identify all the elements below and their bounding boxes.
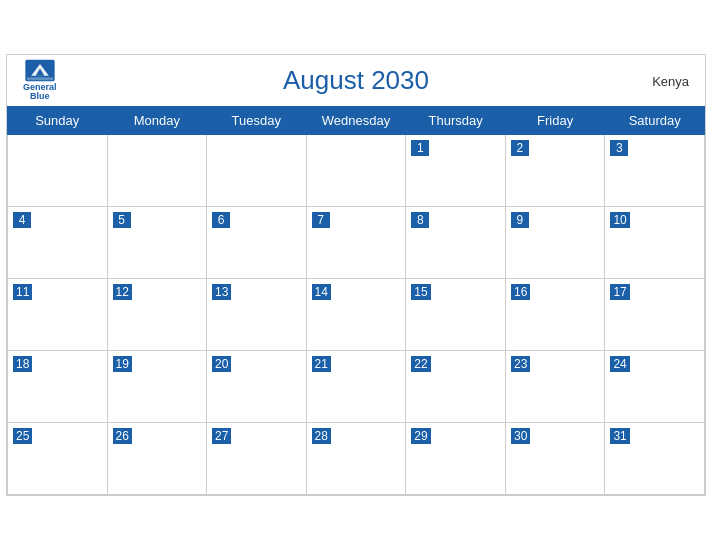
day-number-30: 30 [511,428,530,444]
day-cell-3: 3 [605,135,705,207]
day-cell-24: 24 [605,351,705,423]
day-cell-14: 14 [306,279,406,351]
day-cell-4: 4 [8,207,108,279]
day-cell-16: 16 [505,279,604,351]
day-cell-8: 8 [406,207,506,279]
day-cell-22: 22 [406,351,506,423]
day-number-8: 8 [411,212,429,228]
day-cell-empty-0-3 [306,135,406,207]
day-number-9: 9 [511,212,529,228]
logo-area: General Blue [23,59,57,102]
calendar-title: August 2030 [283,65,429,96]
day-cell-23: 23 [505,351,604,423]
header-friday: Friday [505,107,604,135]
day-cell-17: 17 [605,279,705,351]
day-number-13: 13 [212,284,231,300]
day-cell-26: 26 [107,423,207,495]
day-cell-20: 20 [207,351,307,423]
calendar-container: General Blue August 2030 Kenya Sunday Mo… [6,54,706,496]
day-number-16: 16 [511,284,530,300]
day-number-11: 11 [13,284,32,300]
day-number-28: 28 [312,428,331,444]
day-number-5: 5 [113,212,131,228]
day-number-4: 4 [13,212,31,228]
generalblue-logo-icon [25,59,55,81]
day-number-21: 21 [312,356,331,372]
day-number-22: 22 [411,356,430,372]
day-cell-7: 7 [306,207,406,279]
day-number-2: 2 [511,140,529,156]
header-thursday: Thursday [406,107,506,135]
day-number-20: 20 [212,356,231,372]
day-cell-29: 29 [406,423,506,495]
logo-blue-text: Blue [30,92,50,102]
day-cell-12: 12 [107,279,207,351]
day-number-7: 7 [312,212,330,228]
day-number-24: 24 [610,356,629,372]
day-number-19: 19 [113,356,132,372]
day-number-29: 29 [411,428,430,444]
day-cell-11: 11 [8,279,108,351]
day-cell-19: 19 [107,351,207,423]
day-number-23: 23 [511,356,530,372]
day-cell-30: 30 [505,423,604,495]
day-cell-empty-0-2 [207,135,307,207]
calendar-body: 1234567891011121314151617181920212223242… [8,135,705,495]
day-cell-empty-0-0 [8,135,108,207]
calendar-header: General Blue August 2030 Kenya [7,55,705,106]
day-cell-5: 5 [107,207,207,279]
day-number-10: 10 [610,212,629,228]
header-sunday: Sunday [8,107,108,135]
day-cell-13: 13 [207,279,307,351]
day-cell-9: 9 [505,207,604,279]
day-headers-row: Sunday Monday Tuesday Wednesday Thursday… [8,107,705,135]
day-cell-18: 18 [8,351,108,423]
svg-rect-3 [27,77,53,80]
country-label: Kenya [652,73,689,88]
day-number-17: 17 [610,284,629,300]
day-cell-empty-0-1 [107,135,207,207]
day-cell-6: 6 [207,207,307,279]
header-wednesday: Wednesday [306,107,406,135]
day-cell-10: 10 [605,207,705,279]
day-number-1: 1 [411,140,429,156]
header-saturday: Saturday [605,107,705,135]
day-number-31: 31 [610,428,629,444]
day-number-15: 15 [411,284,430,300]
day-number-6: 6 [212,212,230,228]
day-number-27: 27 [212,428,231,444]
day-cell-27: 27 [207,423,307,495]
day-cell-25: 25 [8,423,108,495]
day-cell-31: 31 [605,423,705,495]
day-number-12: 12 [113,284,132,300]
day-number-3: 3 [610,140,628,156]
day-number-14: 14 [312,284,331,300]
week-row-1: 45678910 [8,207,705,279]
week-row-2: 11121314151617 [8,279,705,351]
week-row-0: 123 [8,135,705,207]
day-cell-21: 21 [306,351,406,423]
header-monday: Monday [107,107,207,135]
day-number-26: 26 [113,428,132,444]
day-number-18: 18 [13,356,32,372]
calendar-grid: Sunday Monday Tuesday Wednesday Thursday… [7,106,705,495]
day-cell-15: 15 [406,279,506,351]
header-tuesday: Tuesday [207,107,307,135]
week-row-4: 25262728293031 [8,423,705,495]
day-cell-2: 2 [505,135,604,207]
day-cell-1: 1 [406,135,506,207]
day-cell-28: 28 [306,423,406,495]
week-row-3: 18192021222324 [8,351,705,423]
day-number-25: 25 [13,428,32,444]
